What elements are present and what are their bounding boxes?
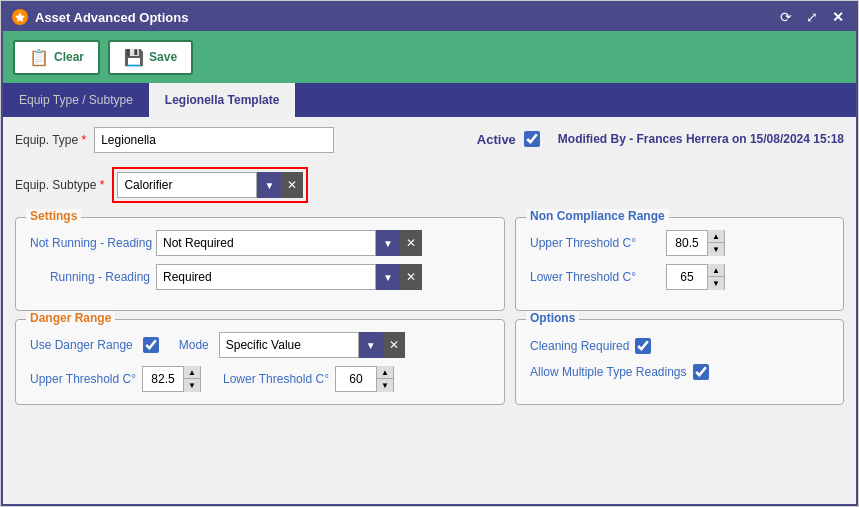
running-clear-btn[interactable]: ✕ xyxy=(400,264,422,290)
lower-spin-down[interactable]: ▼ xyxy=(708,277,724,290)
main-content: Equip. Type * Equip. Subtype * ▼ ✕ xyxy=(3,117,856,415)
settings-panel: Settings Not Running - Reading ▼ ✕ Runni… xyxy=(15,217,505,311)
equip-subtype-row: Equip. Subtype * ▼ ✕ xyxy=(15,167,334,203)
upper-value: 80.5 xyxy=(667,236,707,250)
left-form: Equip. Type * Equip. Subtype * ▼ ✕ xyxy=(15,127,334,211)
modified-text: Modified By - Frances Herrera on 15/08/2… xyxy=(558,132,844,146)
danger-upper-spin-up[interactable]: ▲ xyxy=(184,366,200,379)
not-running-input-group: ▼ ✕ xyxy=(156,230,422,256)
upper-threshold-row: Upper Threshold C° 80.5 ▲ ▼ xyxy=(530,230,829,256)
not-running-row: Not Running - Reading ▼ ✕ xyxy=(30,230,490,256)
clear-button[interactable]: 📋 Clear xyxy=(13,40,100,75)
not-running-dropdown-btn[interactable]: ▼ xyxy=(376,230,400,256)
mode-input-group: ▼ ✕ xyxy=(219,332,405,358)
not-running-input[interactable] xyxy=(156,230,376,256)
danger-upper-spinbox: 82.5 ▲ ▼ xyxy=(142,366,201,392)
danger-panel-title: Danger Range xyxy=(26,311,115,325)
window-controls: ⟳ ⤢ ✕ xyxy=(776,7,848,27)
multiple-readings-row: Allow Multiple Type Readings xyxy=(530,364,829,380)
tab-legionella-label: Legionella Template xyxy=(165,93,279,107)
equip-type-label: Equip. Type * xyxy=(15,133,86,147)
equip-subtype-label: Equip. Subtype * xyxy=(15,178,104,192)
right-form: Active Modified By - Frances Herrera on … xyxy=(477,127,844,147)
cleaning-row: Cleaning Required xyxy=(530,338,829,354)
noncompliance-panel-title: Non Compliance Range xyxy=(526,209,669,223)
subtype-container: ▼ ✕ xyxy=(112,167,308,203)
mode-clear-btn[interactable]: ✕ xyxy=(383,332,405,358)
running-input-group: ▼ ✕ xyxy=(156,264,422,290)
save-button[interactable]: 💾 Save xyxy=(108,40,193,75)
multiple-readings-label: Allow Multiple Type Readings xyxy=(530,365,687,379)
mode-input[interactable] xyxy=(219,332,359,358)
danger-lower-spin-up[interactable]: ▲ xyxy=(377,366,393,379)
danger-lower-spinbox: 60 ▲ ▼ xyxy=(335,366,394,392)
danger-lower-label: Lower Threshold C° xyxy=(223,372,329,386)
options-panel-title: Options xyxy=(526,311,579,325)
danger-threshold-row: Upper Threshold C° 82.5 ▲ ▼ Lower Thresh… xyxy=(30,366,490,392)
cleaning-label: Cleaning Required xyxy=(530,339,629,353)
equip-type-row: Equip. Type * xyxy=(15,127,334,153)
clear-icon: 📋 xyxy=(29,48,49,67)
window-title: Asset Advanced Options xyxy=(35,10,188,25)
panels-row-1: Settings Not Running - Reading ▼ ✕ Runni… xyxy=(15,217,844,311)
upper-threshold-label: Upper Threshold C° xyxy=(530,236,660,250)
options-panel: Options Cleaning Required Allow Multiple… xyxy=(515,319,844,405)
lower-threshold-label: Lower Threshold C° xyxy=(530,270,660,284)
tabs-bar: Equip Type / Subtype Legionella Template xyxy=(3,83,856,117)
danger-upper-spin-down[interactable]: ▼ xyxy=(184,379,200,392)
upper-spin-up[interactable]: ▲ xyxy=(708,230,724,243)
save-label: Save xyxy=(149,50,177,64)
use-danger-label: Use Danger Range xyxy=(30,338,133,352)
danger-upper-value: 82.5 xyxy=(143,372,183,386)
active-label: Active xyxy=(477,132,516,147)
top-form-area: Equip. Type * Equip. Subtype * ▼ ✕ xyxy=(15,127,844,211)
upper-spinbox: 80.5 ▲ ▼ xyxy=(666,230,725,256)
danger-lower-value: 60 xyxy=(336,372,376,386)
running-label: Running - Reading xyxy=(30,270,150,284)
danger-use-row: Use Danger Range Mode ▼ ✕ xyxy=(30,332,490,358)
refresh-button[interactable]: ⟳ xyxy=(776,7,796,27)
mode-dropdown-btn[interactable]: ▼ xyxy=(359,332,383,358)
panels-row-2: Danger Range Use Danger Range Mode ▼ ✕ U… xyxy=(15,319,844,405)
danger-upper-label: Upper Threshold C° xyxy=(30,372,136,386)
save-icon: 💾 xyxy=(124,48,144,67)
use-danger-checkbox[interactable] xyxy=(143,337,159,353)
running-dropdown-btn[interactable]: ▼ xyxy=(376,264,400,290)
close-button[interactable]: ✕ xyxy=(828,7,848,27)
clear-label: Clear xyxy=(54,50,84,64)
running-row: Running - Reading ▼ ✕ xyxy=(30,264,490,290)
not-running-label: Not Running - Reading xyxy=(30,236,150,250)
settings-panel-title: Settings xyxy=(26,209,81,223)
tab-equip-type-label: Equip Type / Subtype xyxy=(19,93,133,107)
lower-threshold-row: Lower Threshold C° 65 ▲ ▼ xyxy=(530,264,829,290)
tab-equip-type[interactable]: Equip Type / Subtype xyxy=(3,83,149,117)
equip-type-input[interactable] xyxy=(94,127,334,153)
multiple-readings-checkbox[interactable] xyxy=(693,364,709,380)
tab-legionella-template[interactable]: Legionella Template xyxy=(149,83,295,117)
danger-lower-spin-down[interactable]: ▼ xyxy=(377,379,393,392)
danger-panel: Danger Range Use Danger Range Mode ▼ ✕ U… xyxy=(15,319,505,405)
toolbar: 📋 Clear 💾 Save xyxy=(3,31,856,83)
subtype-dropdown-button[interactable]: ▼ xyxy=(257,172,281,198)
title-bar: Asset Advanced Options ⟳ ⤢ ✕ xyxy=(3,3,856,31)
equip-subtype-input[interactable] xyxy=(117,172,257,198)
lower-spin-up[interactable]: ▲ xyxy=(708,264,724,277)
lower-spinbox: 65 ▲ ▼ xyxy=(666,264,725,290)
subtype-clear-button[interactable]: ✕ xyxy=(281,172,303,198)
lower-value: 65 xyxy=(667,270,707,284)
not-running-clear-btn[interactable]: ✕ xyxy=(400,230,422,256)
cleaning-checkbox[interactable] xyxy=(635,338,651,354)
running-input[interactable] xyxy=(156,264,376,290)
mode-label: Mode xyxy=(179,338,209,352)
upper-spin-down[interactable]: ▼ xyxy=(708,243,724,256)
active-checkbox[interactable] xyxy=(524,131,540,147)
app-icon xyxy=(11,8,29,26)
noncompliance-panel: Non Compliance Range Upper Threshold C° … xyxy=(515,217,844,311)
resize-button[interactable]: ⤢ xyxy=(802,7,822,27)
